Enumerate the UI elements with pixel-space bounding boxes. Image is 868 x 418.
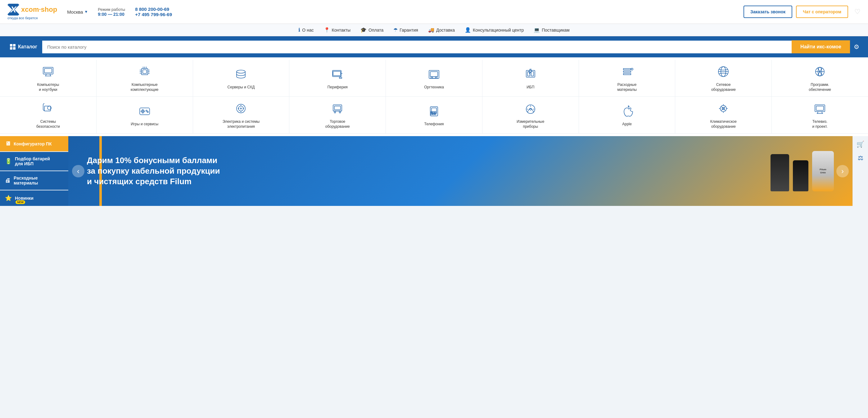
logo-text: xcom·shop xyxy=(21,6,57,13)
sidebar-item-batteries[interactable]: 🔋 Подбор батарейдля ИБП xyxy=(0,152,68,171)
network-icon xyxy=(717,65,730,79)
compare-icon[interactable]: ⚖ xyxy=(856,152,865,164)
electric-label: Электрика и системыэлектропитания xyxy=(223,119,259,129)
category-tv[interactable]: Телевиз.и проект. xyxy=(772,97,868,133)
header-buttons: Заказать звонок Чат с оператором ♡ xyxy=(744,6,861,18)
consumables-sidebar-icon: 🖨 xyxy=(5,177,10,184)
search-button[interactable]: Найти икс-комое xyxy=(792,40,850,53)
city-label: Москва xyxy=(67,9,83,14)
svg-point-45 xyxy=(142,109,144,111)
category-trade[interactable]: Торговоеоборудование xyxy=(289,97,386,133)
city-selector[interactable]: Москва ▼ xyxy=(67,9,88,14)
phone-1[interactable]: 8 800 200-00-69 xyxy=(135,6,172,12)
computers-label: Компьютерыи ноутбуки xyxy=(37,82,59,92)
measuring-icon xyxy=(524,102,537,116)
category-periphery[interactable]: Периферия xyxy=(289,60,386,97)
nav-item-about[interactable]: ℹ О нас xyxy=(298,27,314,33)
category-grid: Компьютерыи ноутбуки Компьютерныекомплек… xyxy=(0,57,868,136)
configurator-label: Конфигуратор ПК xyxy=(14,141,52,146)
cart-icon[interactable]: 🛒 xyxy=(855,139,866,150)
category-network[interactable]: Сетевоеоборудование xyxy=(675,60,772,97)
header: X xcom·shop откуда все берется Москва ▼ … xyxy=(0,0,868,24)
chevron-down-icon: ▼ xyxy=(84,10,88,14)
product-spray-label: FilumUnio xyxy=(819,168,826,174)
svg-rect-23 xyxy=(430,72,438,77)
phone-2[interactable]: +7 495 799-96-69 xyxy=(135,12,172,17)
banner: ‹ Дарим 10% бонусными балламиза покупку … xyxy=(68,136,852,206)
category-computers[interactable]: Компьютерыи ноутбуки xyxy=(0,60,97,97)
category-measuring[interactable]: Измерительныеприборы xyxy=(483,97,579,133)
nav-item-consulting[interactable]: 👤 Консультационный центр xyxy=(465,27,524,33)
sidebar-menu: 🖥 Конфигуратор ПК 🔋 Подбор батарейдля ИБ… xyxy=(0,136,68,206)
work-label: Режим работы xyxy=(98,7,125,12)
nav-item-suppliers[interactable]: 💻 Поставщикам xyxy=(534,27,570,33)
components-icon xyxy=(138,65,151,79)
svg-line-2 xyxy=(50,74,51,76)
new-badge: NEW xyxy=(16,200,25,204)
category-games[interactable]: Игры и сервисы xyxy=(97,97,193,133)
search-input[interactable] xyxy=(42,41,792,53)
product-bottle-1 xyxy=(771,154,789,191)
category-office[interactable]: Оргтехника xyxy=(386,60,483,97)
nav-item-payment[interactable]: 🎓 Оплата xyxy=(361,27,383,33)
nav-item-warranty[interactable]: ☂ Гарантия xyxy=(393,27,418,33)
svg-rect-6 xyxy=(143,70,147,73)
search-bar: Каталог Найти икс-комое ⚙ xyxy=(0,36,868,57)
chat-button[interactable]: Чат с оператором xyxy=(796,6,848,18)
software-label: Программ.обеспечение xyxy=(809,82,831,92)
svg-point-47 xyxy=(141,111,142,112)
svg-line-80 xyxy=(817,112,818,113)
servers-label: Серверы и СХД xyxy=(227,85,255,90)
category-telephony[interactable]: Телефония xyxy=(386,97,483,133)
sidebar-item-consumables[interactable]: 🖨 Расходныематериалы xyxy=(0,171,68,190)
svg-line-81 xyxy=(822,112,823,113)
category-apple[interactable]: Apple xyxy=(579,97,676,133)
logo-tagline: откуда все берется xyxy=(7,16,38,20)
svg-point-48 xyxy=(144,111,145,112)
office-icon xyxy=(428,68,440,82)
banner-content: Дарим 10% бонусными балламиза покупку ка… xyxy=(68,145,239,197)
apple-icon xyxy=(621,105,633,119)
category-ups[interactable]: ИБП xyxy=(483,60,579,97)
banner-products: FilumUnio xyxy=(771,151,834,191)
svg-rect-55 xyxy=(334,106,341,110)
consumables-sidebar-label: Расходныематериалы xyxy=(14,175,38,185)
batteries-icon: 🔋 xyxy=(5,158,12,165)
banner-next-button[interactable]: › xyxy=(836,165,849,177)
nav-label-consulting: Консультационный центр xyxy=(473,28,524,33)
catalog-button[interactable]: Каталог xyxy=(5,41,42,53)
periphery-label: Периферия xyxy=(328,85,348,90)
sidebar-item-new[interactable]: ⭐ Новинки NEW xyxy=(0,190,68,206)
svg-rect-61 xyxy=(431,113,432,115)
wishlist-icon[interactable]: ♡ xyxy=(854,8,861,16)
category-software[interactable]: Программ.обеспечение xyxy=(772,60,868,97)
nav-bar: ℹ О нас 📍 Контакты 🎓 Оплата ☂ Гарантия 🚚… xyxy=(0,24,868,36)
category-security[interactable]: Системыбезопасности xyxy=(0,97,97,133)
warranty-icon: ☂ xyxy=(393,27,398,33)
work-hours: Режим работы 9:00 — 21:00 xyxy=(98,7,125,17)
batteries-label: Подбор батарейдля ИБП xyxy=(15,156,50,166)
telephony-icon xyxy=(428,105,440,119)
logo[interactable]: X xcom·shop откуда все берется xyxy=(7,4,57,20)
sidebar-item-configurator[interactable]: 🖥 Конфигуратор ПК xyxy=(0,136,68,151)
svg-rect-63 xyxy=(435,113,436,115)
category-climate[interactable]: Климатическоеоборудование xyxy=(675,97,772,133)
nav-item-contacts[interactable]: 📍 Контакты xyxy=(324,27,350,33)
svg-rect-29 xyxy=(531,72,534,76)
search-settings-icon[interactable]: ⚙ xyxy=(850,39,863,54)
product-bottle-2 xyxy=(793,160,808,191)
category-consumables[interactable]: Расходныематериалы xyxy=(579,60,676,97)
computers-icon xyxy=(42,65,54,79)
new-icon: ⭐ xyxy=(5,195,12,202)
svg-rect-19 xyxy=(333,71,341,76)
nav-item-delivery[interactable]: 🚚 Доставка xyxy=(428,27,455,33)
payment-icon: 🎓 xyxy=(361,27,367,33)
banner-prev-button[interactable]: ‹ xyxy=(72,165,85,177)
callback-button[interactable]: Заказать звонок xyxy=(744,6,792,18)
software-icon xyxy=(814,65,826,79)
category-servers[interactable]: Серверы и СХД xyxy=(193,60,290,97)
category-components[interactable]: Компьютерныекомплектующие xyxy=(97,60,193,97)
periphery-icon xyxy=(331,68,344,82)
category-electric[interactable]: Электрика и системыэлектропитания xyxy=(193,97,290,133)
games-label: Игры и сервисы xyxy=(131,122,158,127)
